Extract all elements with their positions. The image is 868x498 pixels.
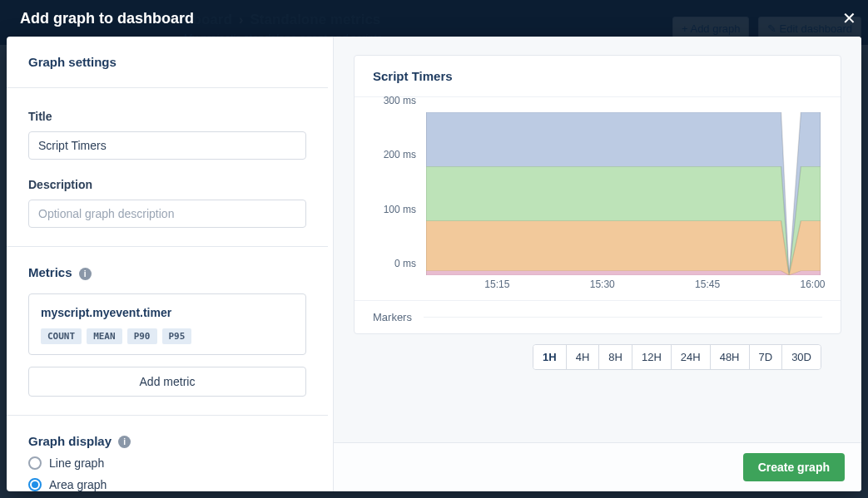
preview-panel: Script Timers 0 ms100 ms200 ms300 ms 15:… [334,37,861,491]
metrics-header: Metrics i [28,265,306,280]
x-tick: 16:00 [801,279,826,290]
time-range-button[interactable]: 30D [781,345,821,369]
chart-title: Script Timers [355,56,841,97]
modal-footer: Create graph [334,442,861,491]
graph-display-header: Graph display i [28,434,306,449]
add-metric-button[interactable]: Add metric [28,367,306,397]
metric-tag[interactable]: P90 [127,328,157,344]
description-input[interactable] [28,200,306,228]
time-range-button[interactable]: 12H [632,345,671,369]
title-label: Title [28,110,306,123]
metric-card[interactable]: myscript.myevent.timer COUNTMEANP90P95 [28,293,306,355]
close-icon[interactable]: ✕ [842,8,856,28]
y-tick: 0 ms [394,258,416,269]
modal-title-bar: Add graph to dashboard ✕ [0,0,868,37]
time-range-group: 1H4H8H12H24H48H7D30D [533,344,821,370]
y-tick: 100 ms [384,204,416,215]
chart-card: Script Timers 0 ms100 ms200 ms300 ms 15:… [354,55,841,334]
x-tick: 15:30 [590,279,615,290]
x-tick: 15:15 [484,279,509,290]
description-label: Description [28,178,306,191]
time-range-button[interactable]: 48H [710,345,749,369]
y-tick: 300 ms [384,95,416,106]
time-range-button[interactable]: 24H [671,345,710,369]
display-option[interactable]: Line graph [28,456,306,470]
metric-tag[interactable]: P95 [162,328,192,344]
display-option[interactable]: Area graph [28,478,306,491]
chart-canvas: 0 ms100 ms200 ms300 ms 15:1515:3015:4516… [374,112,821,295]
time-range-button[interactable]: 1H [533,345,566,369]
time-range-button[interactable]: 4H [566,345,599,369]
time-range-button[interactable]: 8H [598,345,632,369]
settings-panel: Graph settings Title Description Metrics… [7,37,334,491]
radio-icon [28,478,42,491]
x-tick: 15:45 [695,279,720,290]
markers-label: Markers [373,311,412,323]
modal-title: Add graph to dashboard [20,10,194,27]
chart-series [426,221,821,275]
metric-name: myscript.myevent.timer [41,306,294,319]
radio-icon [28,456,42,470]
create-graph-button[interactable]: Create graph [743,453,845,481]
chart-series [426,271,821,275]
display-option-label: Line graph [49,456,104,470]
y-tick: 200 ms [384,149,416,160]
graph-settings-header: Graph settings [28,55,306,69]
display-option-label: Area graph [49,478,107,491]
modal: Graph settings Title Description Metrics… [7,37,861,491]
metric-tag[interactable]: COUNT [41,328,82,344]
markers-row: Markers [355,300,841,333]
info-icon[interactable]: i [79,268,92,280]
info-icon[interactable]: i [118,436,131,448]
metric-tags: COUNTMEANP90P95 [41,328,294,344]
time-range-button[interactable]: 7D [749,345,782,369]
title-input[interactable] [28,131,306,160]
metric-tag[interactable]: MEAN [87,328,122,344]
